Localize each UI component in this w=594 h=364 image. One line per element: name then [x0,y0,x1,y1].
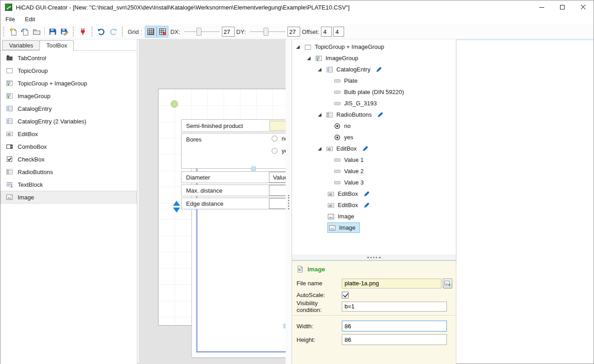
open-button[interactable] [31,26,43,38]
bores-radio-yes[interactable] [272,148,278,154]
dy-value-field[interactable] [287,27,300,37]
undo-icon [97,28,105,36]
app-window: HiCAD GUI-Creator - [New: "C:\hicad_svn\… [0,0,594,364]
offset-y-field[interactable] [333,27,344,37]
tree-item-jis[interactable]: JIS_G_3193 [292,98,456,109]
vertical-splitter[interactable] [286,39,292,364]
expander-icon[interactable] [295,45,301,49]
tree-item-label: Image [339,223,357,232]
tree-item-label: JIS_G_3193 [344,99,378,108]
tree-item-label: ImageGroup [326,54,360,62]
height-input[interactable] [342,334,447,345]
toolbox-item-textblock[interactable]: TextBlock [0,178,137,191]
save-button[interactable] [47,26,58,38]
dx-slider-thumb[interactable] [196,28,201,36]
undo-button[interactable] [96,26,107,38]
close-button[interactable] [573,0,594,14]
tree-item-image-2-selected[interactable]: Image [292,222,456,233]
dx-value-field[interactable] [222,27,235,37]
dy-slider-thumb[interactable] [263,28,268,36]
expander-icon[interactable] [316,68,323,71]
menu-edit[interactable]: Edit [24,15,36,24]
edit-pencil-icon[interactable] [363,202,370,208]
semi-finished-label: Semi-finished product [186,123,243,129]
tree-item-editbox-1[interactable]: EditBox [292,143,456,154]
visibility-condition-input[interactable] [342,302,447,312]
edit-pencil-icon[interactable] [362,145,369,152]
expander-icon[interactable] [316,147,323,151]
tree-item-plate[interactable]: Plate [292,75,456,86]
grid-icon [147,28,155,36]
dy-slider[interactable] [250,27,285,36]
tree-item-catalogentry[interactable]: CatalogEntry [292,64,456,75]
grid-toggle-button[interactable] [145,26,157,38]
maximize-button[interactable] [552,0,573,14]
grid-snap-toggle-button[interactable] [157,26,168,38]
toolbox-item-topicgroup-imagegroup[interactable]: TopicGroup + ImageGroup [0,77,137,90]
toolbox-item-checkbox[interactable]: CheckBox [0,153,137,165]
toolbox-item-catalogentry-2vars[interactable]: CatalogEntry (2 Variables) [0,115,137,128]
tree-item-value3[interactable]: Value 3 [292,177,456,188]
tree-item-topicgroup-imagegroup[interactable]: TopicGroup + ImageGroup [292,41,456,52]
toolbox-item-catalogentry[interactable]: CatalogEntry [0,102,137,115]
new-from-file-button[interactable] [19,26,31,38]
expander-icon[interactable] [316,113,323,117]
tree-item-label: CatalogEntry [336,65,372,74]
toolbox-item-editbox[interactable]: EditBox [0,128,137,140]
new-file-button[interactable] [7,26,19,38]
editbox-icon [327,190,335,198]
horizontal-splitter[interactable] [292,255,456,260]
editbox-icon [6,130,13,137]
redo-button[interactable] [107,26,119,38]
origin-handle[interactable] [171,100,178,108]
toolbar-grip[interactable] [91,27,94,37]
tree-item-imagegroup[interactable]: ImageGroup [292,52,456,64]
edit-pencil-icon[interactable] [377,111,383,118]
tree-item-no[interactable]: no [292,120,456,132]
expander-icon[interactable] [306,57,312,60]
width-input[interactable] [342,321,447,331]
tree-item-editbox-2[interactable]: EditBox [292,188,456,199]
splitter-grip [367,257,381,258]
toolbar-grip[interactable] [3,27,5,37]
menu-file[interactable]: File [5,15,16,24]
minimize-button[interactable] [531,0,552,14]
entry-strip-icon [334,100,341,107]
autoscale-checkbox[interactable] [342,292,349,298]
toolbox-item-label: EditBox [18,131,38,137]
plug-button[interactable] [77,26,89,38]
file-name-input[interactable] [342,279,441,288]
toolbox-item-radiobuttons[interactable]: RadioButtons [0,165,137,178]
tree-item-radiobuttons[interactable]: RadioButtons [292,109,456,120]
toolbox-item-topicgroup[interactable]: TopicGroup [0,64,137,77]
new-from-file-icon [21,28,29,36]
tree-item-value2[interactable]: Value 2 [292,165,456,177]
bores-radio-no[interactable] [272,136,278,142]
image-property-icon [297,265,304,273]
tree-item-editbox-3[interactable]: EditBox [292,199,456,211]
tab-toolbox[interactable]: ToolBox [39,40,74,51]
offset-x-field[interactable] [321,27,332,37]
toolbar-grip[interactable] [122,27,124,37]
selection-handle[interactable] [251,166,256,171]
tree-item-image-1[interactable]: Image [292,211,456,222]
toolbar-grip[interactable] [73,27,75,37]
edit-pencil-icon[interactable] [375,66,382,73]
tab-variables[interactable]: Variables [2,40,40,50]
toolbox-item-image[interactable]: Image [0,191,137,203]
save-as-button[interactable] [58,26,70,38]
toolbox-item-tabcontrol[interactable]: TabControl [0,52,137,64]
edit-pencil-icon[interactable] [363,190,370,197]
toolbox-item-combobox[interactable]: ComboBox [0,140,137,153]
dx-slider[interactable] [184,27,220,36]
tree-item-value1[interactable]: Value 1 [292,154,456,165]
toolbox-item-imagegroup[interactable]: ImageGroup [0,90,137,102]
move-vertical-arrows[interactable] [173,201,180,213]
image-icon [329,224,336,232]
tree-item-bulb-plate[interactable]: Bulb plate (DIN 59220) [292,86,456,98]
dx-slider-track [184,31,220,32]
tree-item-yes[interactable]: yes [292,132,456,143]
toolbar: Grid : DX: DY: Offset: [0,24,594,39]
browse-image-button[interactable] [443,279,452,288]
tree-item-label: Value 3 [344,178,365,187]
